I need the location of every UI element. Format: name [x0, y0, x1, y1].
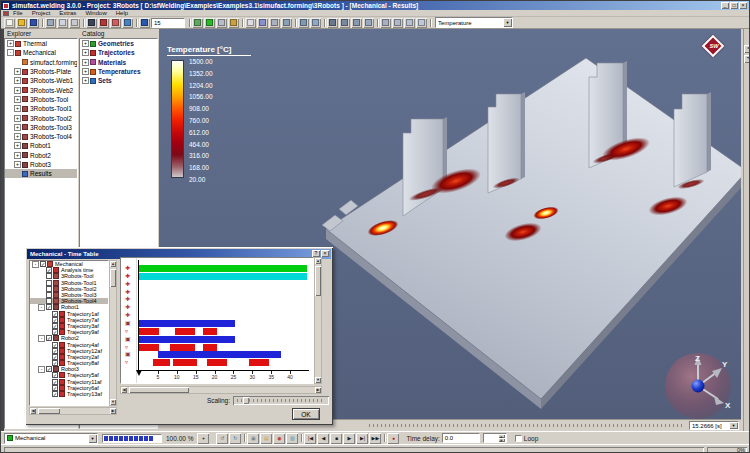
menu-item[interactable]: Project	[32, 10, 51, 16]
menu-item[interactable]: Help	[116, 10, 128, 16]
tree-expander-icon[interactable]: -	[7, 49, 14, 56]
save-icon-button[interactable]	[28, 18, 39, 28]
gantt-bar-analysis-time[interactable]	[139, 265, 307, 272]
item-checkbox[interactable]: ✓	[52, 391, 58, 397]
history-chart-button[interactable]: ▥	[286, 433, 298, 444]
link-icon-button[interactable]	[281, 18, 292, 28]
gantt-bar-robot1[interactable]	[139, 320, 235, 327]
gantt-bar-robot3-trajectories[interactable]	[173, 359, 198, 366]
add-process-icon-button[interactable]	[245, 18, 256, 28]
tree-item-3robots-tool4[interactable]: +3Robots-Tool4	[5, 132, 77, 141]
item-checkbox[interactable]: ✓	[52, 317, 58, 323]
pointer-icon-button[interactable]	[86, 18, 97, 28]
tree-item-3robots-plate[interactable]: +3Robots-Plate	[5, 67, 77, 76]
magnet-icon-button[interactable]	[110, 18, 121, 28]
item-checkbox[interactable]: ✓	[52, 348, 58, 354]
tree-item-3robots-tool2[interactable]: +3Robots-Tool2	[5, 113, 77, 122]
item-checkbox[interactable]: ✓	[46, 366, 52, 372]
tree-expander-icon[interactable]: +	[14, 161, 21, 168]
globe-icon-button[interactable]	[139, 18, 150, 28]
tree-item-3robots-web2[interactable]: +3Robots-Web2	[5, 85, 77, 94]
chart-vscrollbar[interactable]: ▲ ▼	[314, 257, 322, 384]
gantt-bar-robot1-trajectories[interactable]	[203, 328, 217, 335]
loop-checkbox[interactable]	[515, 435, 522, 442]
tree-item-3robots-tool[interactable]: +3Robots-Tool	[5, 95, 77, 104]
gantt-bar-robot2[interactable]	[139, 336, 235, 343]
item-checkbox[interactable]: ✓	[46, 335, 52, 341]
tree-item-materials[interactable]: +Materials	[80, 58, 157, 67]
item-checkbox[interactable]	[46, 292, 52, 298]
step-back-button[interactable]: ◀	[317, 433, 329, 444]
menu-item[interactable]: Window	[85, 10, 106, 16]
reset-view-button[interactable]: ↺	[216, 433, 228, 444]
layout-icon-button[interactable]	[57, 18, 68, 28]
gantt-bar-robot2-trajectories[interactable]	[203, 344, 217, 351]
probe-icon-button[interactable]	[122, 18, 133, 28]
play-button[interactable]: ▶	[343, 433, 355, 444]
time-table-close-button[interactable]: ×	[321, 250, 329, 257]
scaling-slider[interactable]	[233, 396, 329, 405]
camera-button[interactable]: ▣	[247, 433, 259, 444]
export-video-button[interactable]: ▤	[260, 433, 272, 444]
gantt-bar-robot1-trajectories[interactable]	[139, 328, 159, 335]
delay-spinner[interactable]: ▲ ▼	[483, 433, 507, 443]
tree-expander-icon[interactable]: +	[7, 40, 14, 47]
time-delay-input[interactable]: 0.0	[442, 433, 480, 443]
skip-start-button[interactable]: |◀	[304, 433, 316, 444]
item-checkbox[interactable]: ✓	[40, 261, 46, 267]
tree-item-sets[interactable]: +Sets	[80, 76, 157, 85]
zoom-step-button[interactable]: +	[197, 433, 209, 444]
item-checkbox[interactable]: ✓	[52, 372, 58, 378]
tree-expander-icon[interactable]: +	[82, 49, 89, 56]
record-setup-button[interactable]: ◉	[273, 433, 285, 444]
tree-expander-icon[interactable]: +	[14, 105, 21, 112]
tree-expander-icon[interactable]: +	[14, 115, 21, 122]
gantt-bar-robot2-trajectories[interactable]	[170, 344, 195, 351]
tree-expander-icon[interactable]: +	[14, 133, 21, 140]
tree-expander-icon[interactable]: +	[14, 68, 21, 75]
skip-end-button[interactable]: ▶▶	[369, 433, 381, 444]
import-icon-button[interactable]	[192, 18, 203, 28]
fit-view-icon-button[interactable]	[351, 18, 362, 28]
tree-item-3robots-web1[interactable]: +3Robots-Web1	[5, 76, 77, 85]
item-checkbox[interactable]: ✓	[52, 329, 58, 335]
pan-view-icon-button[interactable]	[339, 18, 350, 28]
maximize-button[interactable]: □	[730, 2, 738, 9]
tree-hscrollbar[interactable]: ◀ ▶	[29, 407, 117, 415]
mesh-icon-button[interactable]	[216, 18, 227, 28]
tree-item-trajectory13af[interactable]: ✓Trajectory13af	[30, 391, 108, 397]
item-checkbox[interactable]	[46, 286, 52, 292]
tree-expander-icon[interactable]: +	[14, 87, 21, 94]
run-icon-button[interactable]	[204, 18, 215, 28]
item-checkbox[interactable]: ✓	[52, 323, 58, 329]
close-button[interactable]: ×	[739, 2, 747, 9]
scaling-slider-thumb[interactable]	[243, 397, 249, 404]
tree-expander-icon[interactable]: +	[14, 96, 21, 103]
menu-item[interactable]: File	[13, 10, 23, 16]
chevron-down-icon[interactable]: ▼	[729, 422, 738, 429]
tree-expander-icon[interactable]: +	[14, 124, 21, 131]
export-icon-button[interactable]	[228, 18, 239, 28]
tree-item-3robots-tool3[interactable]: +3Robots-Tool3	[5, 123, 77, 132]
chevron-down-icon[interactable]: ▼	[88, 434, 97, 443]
chevron-down-icon[interactable]: ▼	[503, 18, 512, 27]
menu-item[interactable]: Extras	[59, 10, 76, 16]
item-checkbox[interactable]: ✓	[52, 342, 58, 348]
minimize-button[interactable]: _	[721, 2, 729, 9]
camera-icon-button[interactable]	[416, 18, 427, 28]
item-checkbox[interactable]	[46, 298, 52, 304]
coordinate-triad[interactable]: Z Y X	[662, 350, 734, 422]
tree-expander-icon[interactable]: +	[14, 142, 21, 149]
record-button[interactable]: ●	[387, 433, 399, 444]
process-mode-combo[interactable]: Mechanical ▼	[4, 433, 98, 444]
tree-item-temperatures[interactable]: +Temperatures	[80, 67, 157, 76]
panel-pin-button[interactable]: ▾	[744, 55, 750, 63]
snapshot-icon-button[interactable]	[45, 18, 56, 28]
tree-expander-icon[interactable]: +	[82, 40, 89, 47]
zoom-out-icon-button[interactable]	[310, 18, 321, 28]
front-view-icon-button[interactable]	[380, 18, 391, 28]
gantt-bar-robot3[interactable]	[158, 351, 281, 358]
tree-expander-icon[interactable]: +	[82, 77, 89, 84]
tree-item-mechanical[interactable]: -Mechanical	[5, 48, 77, 57]
gantt-bar-robot3-trajectories[interactable]	[249, 359, 269, 366]
